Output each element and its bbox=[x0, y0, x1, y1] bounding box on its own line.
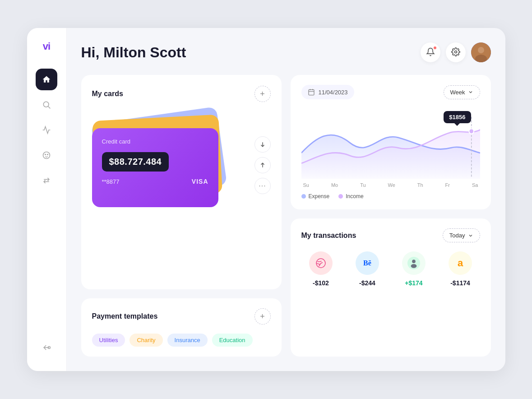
user-icon bbox=[402, 251, 426, 275]
sidebar-item-home[interactable] bbox=[36, 69, 57, 90]
svg-point-4 bbox=[47, 154, 48, 155]
my-cards-section: My cards + ···l card ···l card bbox=[81, 75, 282, 289]
face-icon bbox=[42, 151, 51, 160]
app-container: vi bbox=[27, 28, 505, 371]
chart-legend: Expense Income bbox=[301, 193, 480, 200]
svg-point-2 bbox=[43, 152, 50, 159]
header-actions bbox=[421, 42, 491, 62]
day-th: Th bbox=[417, 182, 423, 188]
svg-line-1 bbox=[48, 107, 51, 109]
amazon-amount: -$1174 bbox=[450, 279, 470, 287]
day-fr: Fr bbox=[445, 182, 450, 188]
payment-templates-section: Payment templates + Utilities Charity In… bbox=[81, 298, 282, 357]
gear-icon bbox=[451, 47, 460, 58]
back-icon bbox=[42, 343, 51, 352]
svg-rect-15 bbox=[309, 90, 314, 95]
day-we: We bbox=[388, 182, 395, 188]
sidebar-item-back[interactable] bbox=[36, 337, 57, 358]
svg-point-0 bbox=[43, 102, 49, 107]
day-sa: Sa bbox=[472, 182, 478, 188]
sidebar-item-transfer[interactable] bbox=[36, 170, 57, 191]
chart-date: 11/04/2023 bbox=[301, 85, 354, 99]
transaction-dribbble[interactable]: -$102 bbox=[301, 251, 341, 287]
card-scroll-down-button[interactable] bbox=[254, 136, 271, 153]
week-selector-button[interactable]: Week bbox=[444, 85, 480, 99]
settings-button[interactable] bbox=[446, 42, 466, 62]
svg-point-8 bbox=[48, 347, 50, 349]
notification-dot bbox=[433, 46, 437, 50]
cards-stack: ···l card ···l card Credit card $88.727.… bbox=[92, 120, 218, 210]
svg-point-21 bbox=[412, 260, 416, 263]
payment-header: Payment templates + bbox=[92, 308, 271, 325]
user-amount: +$174 bbox=[405, 279, 422, 287]
page-title: Hi, Milton Scott bbox=[81, 44, 186, 61]
card-footer: **8877 VISA bbox=[102, 178, 208, 185]
svg-point-9 bbox=[454, 51, 457, 53]
amazon-icon: a bbox=[449, 251, 472, 275]
income-dot-legend bbox=[338, 194, 343, 199]
main-content: Hi, Milton Scott bbox=[67, 28, 505, 371]
expense-label: Expense bbox=[309, 193, 330, 200]
cards-title: My cards bbox=[92, 90, 123, 98]
period-selector-button[interactable]: Today bbox=[443, 228, 480, 242]
notifications-button[interactable] bbox=[421, 42, 440, 62]
transaction-user[interactable]: +$174 bbox=[394, 251, 434, 287]
chart-header: 11/04/2023 Week bbox=[301, 85, 480, 99]
transactions-title: My transactions bbox=[301, 232, 356, 240]
tag-insurance[interactable]: Insurance bbox=[167, 334, 208, 347]
chart-day-labels: Su Mo Tu We Th Fr Sa bbox=[301, 182, 480, 188]
svg-point-3 bbox=[45, 154, 46, 155]
expense-dot bbox=[301, 194, 306, 199]
activity-icon bbox=[42, 125, 51, 135]
card-type-label: Credit card bbox=[102, 138, 208, 145]
right-column: 11/04/2023 Week $1856 bbox=[291, 75, 491, 357]
transaction-amazon[interactable]: a -$1174 bbox=[441, 251, 480, 287]
chart-section: 11/04/2023 Week $1856 bbox=[291, 75, 491, 209]
arrow-down-icon bbox=[259, 141, 266, 148]
sidebar-item-wallet[interactable] bbox=[36, 144, 57, 166]
legend-income: Income bbox=[338, 193, 363, 200]
chart-area: $1856 bbox=[301, 107, 480, 179]
chevron-down-icon-2 bbox=[468, 233, 473, 238]
card-amount-box: $88.727.484 bbox=[102, 152, 169, 172]
payment-title: Payment templates bbox=[92, 312, 158, 320]
card-more-button[interactable]: ··· bbox=[254, 178, 271, 194]
header: Hi, Milton Scott bbox=[81, 42, 491, 62]
add-template-button[interactable]: + bbox=[254, 308, 271, 325]
day-tu: Tu bbox=[360, 182, 365, 188]
card-front[interactable]: Credit card $88.727.484 **8877 VISA bbox=[92, 128, 218, 207]
transactions-section: My transactions Today bbox=[291, 218, 491, 357]
day-su: Su bbox=[303, 182, 309, 188]
income-label: Income bbox=[346, 193, 363, 200]
dribbble-icon bbox=[309, 251, 333, 275]
arrow-up-icon bbox=[259, 162, 266, 168]
tag-utilities[interactable]: Utilities bbox=[92, 334, 125, 347]
card-amount: $88.727.484 bbox=[109, 157, 162, 167]
card-actions: ··· bbox=[245, 136, 271, 194]
home-icon bbox=[42, 75, 51, 84]
user-avatar[interactable] bbox=[471, 42, 491, 62]
behance-amount: -$244 bbox=[359, 279, 375, 287]
sidebar-nav bbox=[36, 69, 57, 337]
tag-charity[interactable]: Charity bbox=[130, 334, 162, 347]
tag-education[interactable]: Education bbox=[212, 334, 253, 347]
add-card-button[interactable]: + bbox=[254, 86, 271, 102]
card-scroll-up-button[interactable] bbox=[254, 157, 271, 173]
sidebar: vi bbox=[27, 28, 67, 371]
cards-wrapper: ···l card ···l card Credit card $88.727.… bbox=[92, 111, 271, 219]
search-icon bbox=[42, 100, 51, 109]
payment-tags: Utilities Charity Insurance Education bbox=[92, 334, 271, 347]
card-number: **8877 bbox=[102, 178, 120, 185]
transactions-list: -$102 Bē -$244 bbox=[301, 251, 480, 287]
cards-header: My cards + bbox=[92, 86, 271, 102]
sidebar-item-activity[interactable] bbox=[36, 119, 57, 141]
period-label: Today bbox=[449, 232, 465, 239]
sidebar-item-search[interactable] bbox=[36, 94, 57, 116]
chart-date-value: 11/04/2023 bbox=[319, 89, 348, 96]
chart-tooltip: $1856 bbox=[444, 111, 471, 123]
logo: vi bbox=[43, 41, 50, 52]
transaction-behance[interactable]: Bē -$244 bbox=[348, 251, 387, 287]
svg-point-22 bbox=[411, 264, 417, 268]
svg-point-11 bbox=[478, 47, 484, 53]
transactions-header: My transactions Today bbox=[301, 228, 480, 242]
